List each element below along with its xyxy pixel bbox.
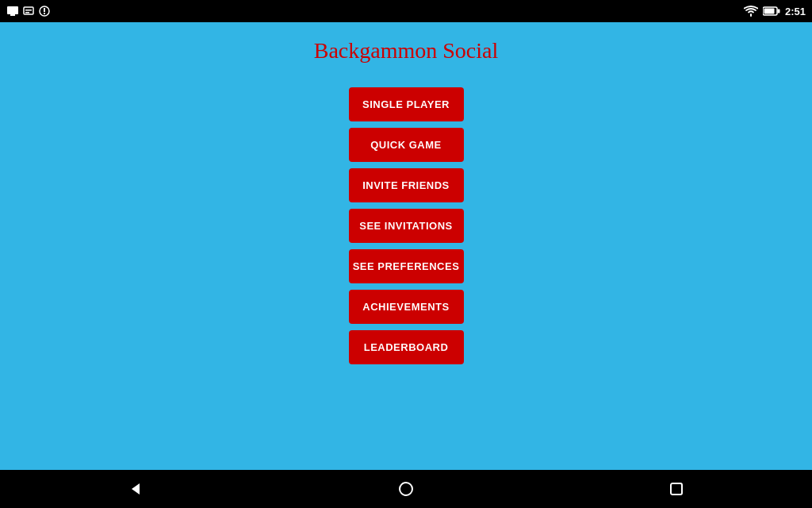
svg-rect-7 — [44, 13, 45, 14]
battery-icon — [763, 6, 780, 17]
notification1-icon — [6, 5, 19, 17]
home-button[interactable] — [392, 475, 420, 503]
menu-buttons: SINGLE PLAYER QUICK GAME INVITE FRIENDS … — [0, 87, 812, 364]
svg-rect-0 — [7, 6, 18, 14]
svg-rect-1 — [10, 14, 15, 16]
recents-icon — [669, 482, 684, 496]
back-icon — [128, 481, 144, 497]
svg-rect-4 — [25, 12, 29, 13]
time-display: 2:51 — [785, 6, 806, 17]
status-bar-left-icons — [6, 5, 51, 17]
quick-game-button[interactable]: QUICK GAME — [349, 128, 464, 162]
notification2-icon — [22, 5, 35, 17]
main-content: Backgammon Social SINGLE PLAYER QUICK GA… — [0, 22, 812, 470]
app-title: Backgammon Social — [314, 38, 499, 64]
recents-button[interactable] — [662, 475, 691, 503]
status-bar: 2:51 — [0, 0, 812, 22]
status-bar-right-icons: 2:51 — [744, 6, 806, 17]
svg-point-12 — [400, 483, 412, 495]
see-invitations-button[interactable]: SEE INVITATIONS — [349, 209, 464, 243]
home-icon — [398, 481, 414, 497]
nav-bar — [0, 470, 812, 508]
single-player-button[interactable]: SINGLE PLAYER — [349, 87, 464, 121]
svg-rect-13 — [671, 483, 682, 495]
svg-rect-6 — [44, 8, 45, 12]
invite-friends-button[interactable]: INVITE FRIENDS — [349, 168, 464, 202]
achievements-button[interactable]: ACHIEVEMENTS — [349, 290, 464, 324]
see-preferences-button[interactable]: SEE PREFERENCES — [349, 249, 464, 283]
svg-marker-11 — [132, 483, 140, 495]
notification3-icon — [38, 5, 51, 17]
back-button[interactable] — [121, 475, 150, 503]
svg-rect-10 — [777, 10, 779, 13]
svg-rect-9 — [764, 9, 774, 14]
wifi-icon — [744, 6, 758, 17]
svg-rect-3 — [25, 10, 32, 11]
leaderboard-button[interactable]: LEADERBOARD — [349, 330, 464, 364]
